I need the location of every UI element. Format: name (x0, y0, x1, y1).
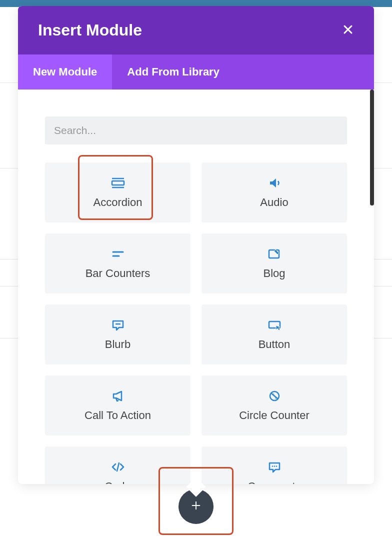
accordion-icon (110, 176, 126, 190)
module-button[interactable]: Button (202, 304, 347, 364)
modal-header: Insert Module (18, 6, 374, 54)
module-label: Audio (260, 196, 288, 209)
modules-grid: Accordion Audio Bar Co (45, 162, 347, 484)
svg-rect-3 (112, 181, 124, 185)
tab-new-module[interactable]: New Module (18, 54, 112, 90)
search-input[interactable] (45, 116, 347, 144)
tab-add-from-library[interactable]: Add From Library (112, 54, 234, 90)
module-label: Comments (248, 480, 300, 484)
module-bar-counters[interactable]: Bar Counters (45, 234, 190, 294)
close-icon (342, 24, 354, 38)
module-label: Button (258, 338, 290, 351)
close-button[interactable] (342, 24, 354, 38)
svg-point-15 (272, 466, 273, 467)
blog-icon (267, 247, 282, 261)
module-label: Bar Counters (86, 267, 150, 280)
modal-title: Insert Module (38, 21, 142, 40)
insert-module-modal: Insert Module New Module Add From Librar… (18, 6, 374, 484)
blurb-icon (110, 318, 126, 332)
module-label: Code (104, 480, 131, 484)
svg-point-16 (274, 466, 275, 467)
svg-line-14 (117, 463, 119, 471)
svg-point-17 (276, 466, 277, 467)
button-icon (267, 318, 282, 332)
module-comments[interactable]: Comments (202, 446, 347, 484)
audio-icon (267, 176, 282, 190)
module-label: Blog (263, 267, 285, 280)
tabs: New Module Add From Library (18, 54, 374, 90)
module-label: Circle Counter (239, 409, 310, 422)
module-code[interactable]: Code (45, 446, 190, 484)
call-to-action-icon (110, 389, 126, 403)
module-blog[interactable]: Blog (202, 234, 347, 294)
plus-icon (190, 500, 202, 513)
scrollbar[interactable] (370, 90, 374, 206)
module-blurb[interactable]: Blurb (45, 304, 190, 364)
module-label: Accordion (94, 196, 142, 209)
module-audio[interactable]: Audio (202, 162, 347, 222)
code-icon (110, 460, 126, 474)
module-circle-counter[interactable]: 0 0 Circle Counter (202, 376, 347, 436)
module-label: Blurb (105, 338, 130, 351)
module-label: Call To Action (84, 409, 151, 422)
module-call-to-action[interactable]: Call To Action (45, 376, 190, 436)
modal-body: Accordion Audio Bar Co (18, 90, 374, 484)
module-accordion[interactable]: Accordion (45, 162, 190, 222)
bar-counters-icon (110, 247, 126, 261)
circle-counter-icon: 0 0 (267, 389, 282, 403)
comments-icon (267, 460, 282, 474)
